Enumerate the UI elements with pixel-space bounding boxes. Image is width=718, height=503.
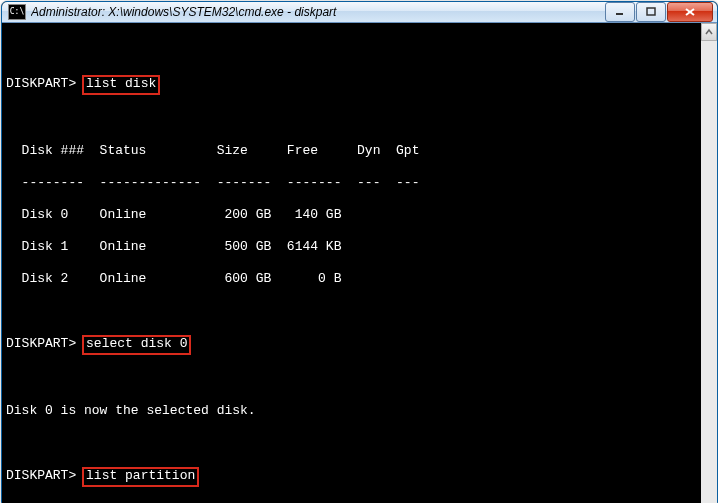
window-title: Administrator: X:\windows\SYSTEM32\cmd.e… — [31, 5, 604, 19]
minimize-icon — [615, 7, 625, 17]
prompt: DISKPART> — [6, 76, 76, 91]
blank-line — [6, 371, 713, 387]
svg-rect-1 — [647, 8, 655, 15]
vertical-scrollbar[interactable] — [701, 23, 717, 503]
prompt: DISKPART> — [6, 336, 76, 351]
close-icon — [684, 7, 696, 17]
content-wrap: DISKPART> list disk Disk ### Status Size… — [2, 23, 717, 503]
disk-header: Disk ### Status Size Free Dyn Gpt — [6, 143, 713, 159]
cmd-icon: C:\ — [8, 4, 26, 20]
blank-line — [6, 303, 713, 319]
cmd-select-disk: select disk 0 — [82, 335, 191, 355]
scroll-track[interactable] — [701, 41, 717, 503]
table-row: Disk 1 Online 500 GB 6144 KB — [6, 239, 713, 255]
prompt: DISKPART> — [6, 468, 76, 483]
cmd-window: C:\ Administrator: X:\windows\SYSTEM32\c… — [1, 1, 718, 503]
scroll-up-button[interactable] — [701, 23, 717, 41]
cmd-list-partition: list partition — [82, 467, 199, 487]
blank-line — [6, 435, 713, 451]
cmd-list-disk: list disk — [82, 75, 160, 95]
maximize-button[interactable] — [636, 2, 666, 22]
table-row: Disk 0 Online 200 GB 140 GB — [6, 207, 713, 223]
minimize-button[interactable] — [605, 2, 635, 22]
blank-line — [6, 111, 713, 127]
maximize-icon — [646, 7, 656, 17]
disk-sep: -------- ------------- ------- ------- -… — [6, 175, 713, 191]
title-bar[interactable]: C:\ Administrator: X:\windows\SYSTEM32\c… — [2, 2, 717, 23]
close-button[interactable] — [667, 2, 713, 22]
window-controls — [604, 2, 713, 22]
msg-select-disk: Disk 0 is now the selected disk. — [6, 403, 713, 419]
blank-line — [6, 43, 713, 59]
terminal-output: DISKPART> list disk Disk ### Status Size… — [2, 23, 717, 503]
chevron-up-icon — [705, 28, 713, 36]
table-row: Disk 2 Online 600 GB 0 B — [6, 271, 713, 287]
